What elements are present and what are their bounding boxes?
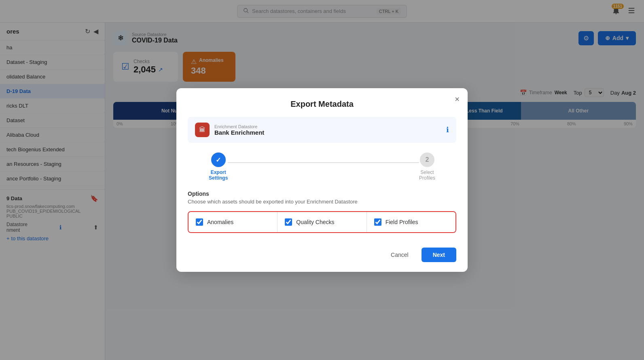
step-1: ✓ ExportSettings [209,152,228,181]
enrichment-name: Bank Enrichment [214,129,264,136]
enrichment-left: 🏛 Enrichment Datastore Bank Enrichment [195,123,264,137]
modal-overlay: Export Metadata × 🏛 Enrichment Datastore… [0,0,644,360]
checkbox-quality: Quality Checks [277,212,366,232]
modal-close-button[interactable]: × [455,95,460,104]
enrichment-label: Enrichment Datastore [214,124,264,129]
export-metadata-modal: Export Metadata × 🏛 Enrichment Datastore… [176,88,468,272]
step-line [228,162,419,163]
options-section: Options Choose which assets should be ex… [176,191,468,241]
quality-checkbox[interactable] [285,218,292,226]
modal-header: Export Metadata × [176,88,468,109]
step-1-label: ExportSettings [209,169,228,181]
next-button[interactable]: Next [422,248,456,262]
anomalies-checkbox[interactable] [196,218,203,226]
cancel-button[interactable]: Cancel [383,248,417,262]
anomalies-checkbox-label[interactable]: Anomalies [207,219,233,225]
quality-checkbox-label[interactable]: Quality Checks [296,219,334,225]
step-1-circle: ✓ [211,152,226,167]
stepper: ✓ ExportSettings 2 SelectProfiles [176,143,468,191]
enrichment-info-icon[interactable]: ℹ [446,125,449,134]
step-2: 2 SelectProfiles [419,152,435,181]
enrichment-banner: 🏛 Enrichment Datastore Bank Enrichment ℹ [188,117,456,143]
profiles-checkbox[interactable] [374,218,381,226]
options-desc: Choose which assets should be exported i… [188,199,456,205]
step-2-circle: 2 [420,152,434,167]
checkbox-anomalies: Anomalies [189,212,277,232]
modal-title: Export Metadata [188,100,456,109]
enrichment-icon: 🏛 [195,123,210,137]
step-2-label: SelectProfiles [419,169,435,181]
checkbox-profiles: Field Profiles [366,212,455,232]
modal-footer: Cancel Next [176,241,468,272]
profiles-checkbox-label[interactable]: Field Profiles [386,219,418,225]
checkbox-grid: Anomalies Quality Checks Field Profiles [188,211,456,233]
options-title: Options [188,191,456,197]
